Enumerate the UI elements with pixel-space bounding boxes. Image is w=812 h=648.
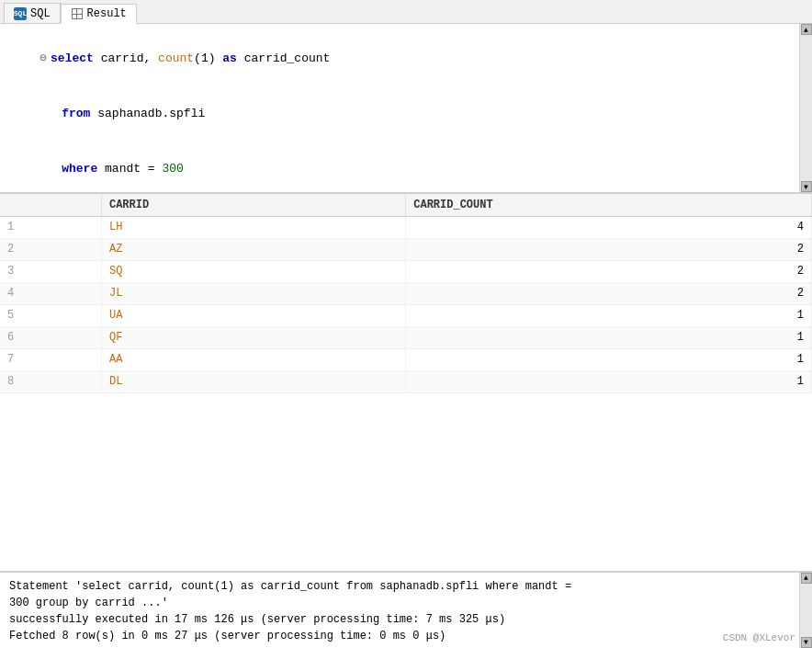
cell-row-num: 2 <box>0 238 101 260</box>
cell-carrid: QF <box>101 326 405 348</box>
table-row[interactable]: 4JL2 <box>0 282 812 304</box>
log-scroll-up[interactable]: ▲ <box>801 573 812 584</box>
log-lines: Statement 'select carrid, count(1) as ca… <box>9 578 803 644</box>
table-row[interactable]: 1LH4 <box>0 216 812 238</box>
cell-row-num: 3 <box>0 260 101 282</box>
table-row[interactable]: 2AZ2 <box>0 238 812 260</box>
cell-carrid-count: 4 <box>406 216 812 238</box>
log-area: Statement 'select carrid, count(1) as ca… <box>0 571 812 648</box>
table-row[interactable]: 3SQ2 <box>0 260 812 282</box>
cell-row-num: 8 <box>0 370 101 392</box>
tab-result[interactable]: Result <box>61 4 137 24</box>
sql-icon: SQL <box>14 7 27 20</box>
log-scrollbar[interactable]: ▲ ▼ <box>799 573 812 648</box>
col-header-carrid-count: CARRID_COUNT <box>406 194 812 216</box>
log-line: 300 group by carrid ...' <box>9 595 803 611</box>
tab-result-label: Result <box>87 7 127 20</box>
cell-carrid-count: 2 <box>406 238 812 260</box>
cell-row-num: 6 <box>0 326 101 348</box>
cell-carrid: LH <box>101 216 405 238</box>
collapse-arrow[interactable]: ⊖ <box>39 50 47 68</box>
tab-bar: SQL SQL Result <box>0 0 812 24</box>
editor-scrollbar[interactable]: ▲ ▼ <box>799 24 812 192</box>
cell-carrid-count: 1 <box>406 304 812 326</box>
cell-carrid: JL <box>101 282 405 304</box>
cell-carrid: AA <box>101 348 405 370</box>
code-line-1: ⊖select carrid, count(1) as carrid_count <box>11 31 801 86</box>
log-scroll-down[interactable]: ▼ <box>801 637 812 648</box>
cell-carrid: DL <box>101 370 405 392</box>
cell-carrid: AZ <box>101 238 405 260</box>
watermark: CSDN @XLevor <box>723 630 795 646</box>
log-scrollbar-track[interactable] <box>801 584 812 637</box>
results-table: CARRID CARRID_COUNT 1LH42AZ23SQ24JL25UA1… <box>0 194 812 393</box>
cell-carrid-count: 1 <box>406 348 812 370</box>
log-line: Fetched 8 row(s) in 0 ms 27 μs (server p… <box>9 628 803 644</box>
scroll-up-arrow[interactable]: ▲ <box>801 24 812 35</box>
cell-carrid: UA <box>101 304 405 326</box>
cell-carrid-count: 2 <box>406 282 812 304</box>
col-header-rownum <box>0 194 101 216</box>
cell-carrid-count: 2 <box>406 260 812 282</box>
cell-row-num: 7 <box>0 348 101 370</box>
table-row[interactable]: 5UA1 <box>0 304 812 326</box>
log-line: Statement 'select carrid, count(1) as ca… <box>9 578 803 595</box>
table-row[interactable]: 6QF1 <box>0 326 812 348</box>
tab-sql[interactable]: SQL SQL <box>4 3 61 23</box>
scrollbar-track[interactable] <box>801 35 812 181</box>
results-area: CARRID CARRID_COUNT 1LH42AZ23SQ24JL25UA1… <box>0 194 812 571</box>
cell-row-num: 5 <box>0 304 101 326</box>
cell-row-num: 4 <box>0 282 101 304</box>
col-header-carrid: CARRID <box>101 194 405 216</box>
table-row[interactable]: 8DL1 <box>0 370 812 392</box>
log-line: successfully executed in 17 ms 126 μs (s… <box>9 611 803 628</box>
cell-carrid: SQ <box>101 260 405 282</box>
cell-row-num: 1 <box>0 216 101 238</box>
cell-carrid-count: 1 <box>406 326 812 348</box>
code-line-2: from saphanadb.spfli <box>11 86 801 142</box>
table-header-row: CARRID CARRID_COUNT <box>0 194 812 216</box>
sql-editor[interactable]: ⊖select carrid, count(1) as carrid_count… <box>0 24 812 194</box>
cell-carrid-count: 1 <box>406 370 812 392</box>
code-line-3: where mandt = 300 <box>11 142 801 194</box>
table-row[interactable]: 7AA1 <box>0 348 812 370</box>
tab-sql-label: SQL <box>30 7 51 20</box>
result-icon <box>71 7 84 20</box>
scroll-down-arrow[interactable]: ▼ <box>801 181 812 192</box>
